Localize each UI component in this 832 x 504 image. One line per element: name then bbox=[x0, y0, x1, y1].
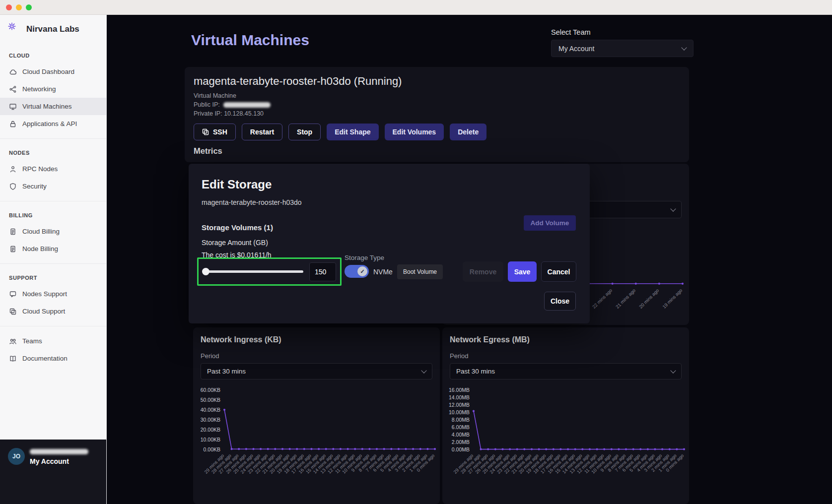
save-button[interactable]: Save bbox=[508, 261, 537, 282]
invoice-icon bbox=[9, 245, 17, 253]
shield-icon bbox=[9, 183, 17, 190]
copy-icon bbox=[202, 128, 209, 135]
redacted-public-ip bbox=[223, 102, 271, 108]
redacted-user-name bbox=[30, 449, 88, 454]
team-select[interactable]: My Account bbox=[551, 40, 693, 57]
period-label: Period bbox=[450, 352, 469, 360]
vm-public-ip-row: Public IP: bbox=[194, 101, 271, 108]
edit-shape-button[interactable]: Edit Shape bbox=[327, 124, 378, 140]
cancel-button[interactable]: Cancel bbox=[541, 261, 576, 282]
edit-storage-modal: Edit Storage magenta-terabyte-rooster-h0… bbox=[189, 164, 590, 323]
network-icon bbox=[9, 85, 17, 93]
storage-amount-slider[interactable] bbox=[205, 270, 303, 273]
svg-text:20 mins ago: 20 mins ago bbox=[638, 288, 660, 310]
brand: Nirvana Labs bbox=[0, 15, 106, 42]
modal-title: Edit Storage bbox=[202, 178, 272, 191]
sidebar-item-teams[interactable]: Teams bbox=[0, 332, 106, 350]
invoice-icon bbox=[9, 228, 17, 236]
svg-text:20.00KB: 20.00KB bbox=[201, 427, 220, 433]
svg-text:10.00MB: 10.00MB bbox=[449, 409, 470, 415]
sidebar-section-billing: BILLING Cloud Billing Node Billing bbox=[0, 201, 106, 264]
vm-name-status: magenta-terabyte-rooster-h03do (Running) bbox=[194, 75, 402, 88]
sidebar-item-label: Applications & API bbox=[22, 120, 77, 127]
svg-text:12.00MB: 12.00MB bbox=[449, 402, 470, 408]
network-egress-chart: 16.00MB14.00MB12.00MB10.00MB8.00MB6.00MB… bbox=[442, 383, 689, 504]
sidebar-section-nodes: NODES RPC Nodes Security bbox=[0, 139, 106, 201]
user-account-button[interactable]: JO My Account bbox=[0, 440, 106, 504]
sidebar-item-documentation[interactable]: Documentation bbox=[0, 350, 106, 367]
close-button[interactable]: Close bbox=[544, 292, 576, 311]
sidebar-item-label: Cloud Support bbox=[22, 308, 65, 315]
svg-text:60.00KB: 60.00KB bbox=[201, 387, 220, 393]
svg-text:4.00MB: 4.00MB bbox=[452, 432, 470, 438]
network-ingress-chart: 60.00KB50.00KB40.00KB30.00KB20.00KB10.00… bbox=[193, 383, 440, 504]
ssh-button-label: SSH bbox=[213, 128, 227, 136]
storage-amount-label: Storage Amount (GB) bbox=[202, 239, 268, 247]
sidebar-item-nodes-support[interactable]: Nodes Support bbox=[0, 285, 106, 303]
section-label-billing: BILLING bbox=[0, 201, 106, 223]
copy-icon bbox=[9, 308, 17, 315]
storage-type-toggle[interactable]: ✓ bbox=[345, 265, 369, 278]
vm-kind-label: Virtual Machine bbox=[194, 92, 236, 99]
svg-text:30.00KB: 30.00KB bbox=[201, 417, 220, 423]
sidebar-item-label: Documentation bbox=[22, 355, 68, 362]
app-window: Nirvana Labs CLOUD Cloud Dashboard Netwo… bbox=[0, 0, 832, 504]
metrics-heading: Metrics bbox=[194, 146, 222, 156]
ssh-button[interactable]: SSH bbox=[194, 124, 236, 140]
chart-title: Network Ingress (KB) bbox=[201, 335, 281, 344]
chat-icon bbox=[9, 290, 17, 298]
chart-title: Network Egress (MB) bbox=[450, 335, 530, 344]
ingress-period-select[interactable]: Past 30 mins bbox=[201, 363, 432, 379]
zoom-window-button[interactable] bbox=[26, 4, 32, 10]
sidebar-item-cloud-dashboard[interactable]: Cloud Dashboard bbox=[0, 63, 106, 80]
sidebar-item-security[interactable]: Security bbox=[0, 178, 106, 195]
toggle-check-icon: ✓ bbox=[357, 266, 367, 276]
avatar: JO bbox=[8, 448, 25, 465]
remove-button[interactable]: Remove bbox=[463, 261, 503, 282]
sidebar-item-rpc-nodes[interactable]: RPC Nodes bbox=[0, 160, 106, 178]
chevron-down-icon bbox=[670, 206, 676, 211]
cloud-icon bbox=[9, 68, 17, 76]
sidebar-item-label: Cloud Dashboard bbox=[22, 68, 74, 75]
slider-handle[interactable] bbox=[202, 268, 209, 275]
monitor-icon bbox=[9, 103, 17, 111]
public-ip-label: Public IP: bbox=[194, 101, 220, 108]
brand-name: Nirvana Labs bbox=[26, 24, 79, 34]
svg-text:2.00MB: 2.00MB bbox=[452, 439, 470, 445]
svg-text:0.00KB: 0.00KB bbox=[204, 446, 220, 452]
delete-button[interactable]: Delete bbox=[450, 124, 486, 140]
sidebar-item-virtual-machines[interactable]: Virtual Machines bbox=[0, 98, 106, 115]
egress-period-select[interactable]: Past 30 mins bbox=[450, 363, 682, 379]
sidebar-item-applications-api[interactable]: Applications & API bbox=[0, 115, 106, 132]
sidebar-item-label: Security bbox=[22, 183, 47, 190]
network-egress-card: Network Egress (MB) Period Past 30 mins … bbox=[442, 327, 689, 504]
minimize-window-button[interactable] bbox=[16, 4, 22, 10]
sidebar-item-node-billing[interactable]: Node Billing bbox=[0, 240, 106, 257]
sidebar-item-networking[interactable]: Networking bbox=[0, 80, 106, 98]
edit-volumes-button[interactable]: Edit Volumes bbox=[385, 124, 444, 140]
ingress-period-value: Past 30 mins bbox=[207, 368, 246, 375]
team-select-value: My Account bbox=[558, 45, 594, 53]
sidebar-item-label: RPC Nodes bbox=[22, 165, 58, 173]
vm-private-ip: Private IP: 10.128.45.130 bbox=[194, 110, 264, 117]
stop-button[interactable]: Stop bbox=[288, 124, 321, 140]
sidebar-item-cloud-billing[interactable]: Cloud Billing bbox=[0, 223, 106, 240]
vm-action-buttons: SSH Restart Stop Edit Shape Edit Volumes… bbox=[194, 124, 486, 140]
sidebar-item-cloud-support[interactable]: Cloud Support bbox=[0, 303, 106, 320]
sidebar-item-label: Nodes Support bbox=[22, 290, 67, 298]
chevron-down-icon bbox=[421, 368, 426, 373]
storage-amount-input[interactable] bbox=[309, 262, 336, 281]
svg-text:10.00KB: 10.00KB bbox=[201, 437, 220, 442]
close-window-button[interactable] bbox=[6, 4, 12, 10]
storage-type-value: NVMe bbox=[373, 268, 393, 276]
add-volume-button[interactable]: Add Volume bbox=[524, 215, 576, 231]
restart-button[interactable]: Restart bbox=[242, 124, 282, 140]
sidebar-section-misc: Teams Documentation bbox=[0, 326, 106, 373]
svg-text:19 mins ago: 19 mins ago bbox=[661, 288, 683, 310]
section-label-cloud: CLOUD bbox=[0, 42, 106, 63]
sidebar-item-label: Cloud Billing bbox=[22, 228, 60, 235]
period-label: Period bbox=[201, 352, 219, 360]
vm-overview-card: magenta-terabyte-rooster-h03do (Running)… bbox=[185, 67, 689, 162]
svg-text:14.00MB: 14.00MB bbox=[449, 394, 470, 400]
macos-titlebar bbox=[0, 0, 832, 15]
